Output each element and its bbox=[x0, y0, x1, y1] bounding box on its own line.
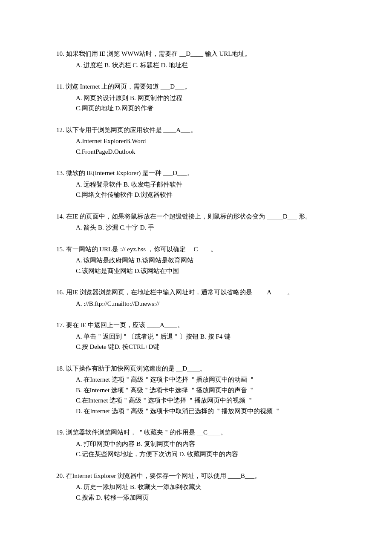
question-options: A. 在Internet 选项＂高级＂选项卡中选择 ＂播放网页中的动画 ＂B. … bbox=[56, 375, 345, 416]
option-line: C.搜索 D. 转移一添加网页 bbox=[76, 493, 345, 503]
question-stem: 19. 浏览器软件浏览网站时， ＂收藏夹＂的作用是 __C____。 bbox=[56, 428, 345, 437]
question-options: A. 该网站是政府网站 B.该网站是教育网站C.该网站是商业网站 D.该网站在中… bbox=[56, 256, 345, 276]
question-11: 11. 浏览 Internet 上的网页，需要知道 ___D___。A. 网页的… bbox=[56, 82, 345, 113]
question-stem-text: 有一网站的 URL是 :// eyz.hss ，你可以确定 __C____。 bbox=[64, 246, 217, 253]
question-14: 14. 在IE 的页面中，如果将鼠标放在一个超级链接上，则鼠标的形状会变为 __… bbox=[56, 212, 345, 233]
question-stem: 20. 在Internet Explorer 浏览器中，要保存一个网址，可以使用… bbox=[56, 471, 345, 481]
question-number: 18. bbox=[56, 365, 64, 372]
option-line: B. 在Internet 选项＂高级＂选项卡中选择 ＂播放网页中的声音 ＂ bbox=[76, 385, 345, 395]
question-stem-text: 微软的 IE(Internet Explorer) 是一种 ___D___。 bbox=[64, 170, 193, 176]
question-stem-text: 以下操作有助于加快网页浏览速度的是 __D____。 bbox=[64, 365, 206, 372]
option-line: C.网页的地址 D.网页的作者 bbox=[76, 104, 345, 113]
question-number: 16. bbox=[56, 289, 64, 296]
question-stem-text: 在IE 的页面中，如果将鼠标放在一个超级链接上，则鼠标的形状会变为 _____D… bbox=[64, 213, 311, 220]
option-line: C.按 Delete 键D. 按CTRL+D键 bbox=[76, 342, 345, 352]
question-18: 18. 以下操作有助于加快网页浏览速度的是 __D____。A. 在Intern… bbox=[56, 364, 345, 416]
option-line: A. 单击＂返回到＂〔或者说＂后退＂〕按钮 B. 按 F4 键 bbox=[76, 332, 345, 342]
question-stem-text: 在Internet Explorer 浏览器中，要保存一个网址，可以使用 ___… bbox=[64, 472, 261, 479]
option-line: A. 历史一添加网址 B. 收藏夹一添加到收藏夹 bbox=[76, 482, 345, 492]
option-line: A. ://B.ftp://C.mailto://D.news:// bbox=[76, 299, 345, 309]
question-stem-text: 以下专用于浏览网页的应用软件是 ____A___。 bbox=[64, 127, 197, 133]
question-options: A. 单击＂返回到＂〔或者说＂后退＂〕按钮 B. 按 F4 键C.按 Delet… bbox=[56, 332, 345, 352]
option-line: A. 网页的设计原则 B. 网页制作的过程 bbox=[76, 93, 345, 103]
question-options: A. 远程登录软件 B. 收发电子邮件软件C.网络文件传输软件 D.浏览器软件 bbox=[56, 180, 345, 200]
question-options: A.Internet ExplorerB.WordC.FrontPageD.Ou… bbox=[56, 136, 345, 156]
option-line: A. 该网站是政府网站 B.该网站是教育网站 bbox=[76, 256, 345, 265]
question-stem-text: 如果我们用 IE 浏览 WWW站时，需要在 __D____ 输入 URL地址。 bbox=[64, 50, 251, 57]
question-options: A. 箭头 B. 沙漏 C.十字 D. 手 bbox=[56, 223, 345, 233]
question-options: A. 网页的设计原则 B. 网页制作的过程C.网页的地址 D.网页的作者 bbox=[56, 93, 345, 113]
question-stem: 10. 如果我们用 IE 浏览 WWW站时，需要在 __D____ 输入 URL… bbox=[56, 49, 345, 59]
question-20: 20. 在Internet Explorer 浏览器中，要保存一个网址，可以使用… bbox=[56, 471, 345, 503]
option-line: A. 远程登录软件 B. 收发电子邮件软件 bbox=[76, 180, 345, 190]
question-stem: 15. 有一网站的 URL是 :// eyz.hss ，你可以确定 __C___… bbox=[56, 244, 345, 254]
question-stem: 14. 在IE 的页面中，如果将鼠标放在一个超级链接上，则鼠标的形状会变为 __… bbox=[56, 212, 345, 221]
question-stem-text: 要在 IE 中返回上一页，应该 ____A____。 bbox=[64, 322, 184, 328]
option-line: C.FrontPageD.Outlook bbox=[76, 147, 345, 157]
option-line: D. 在Internet 选项＂高级＂选项卡中取消已选择的 ＂播放网页中的视频 … bbox=[76, 406, 345, 416]
question-16: 16. 用IE 浏览器浏览网页，在地址栏中输入网址时，通常可以省略的是 ____… bbox=[56, 288, 345, 308]
option-line: C.在Internet 选项＂高级＂选项卡中选择 ＂播放网页中的视频 ＂ bbox=[76, 396, 345, 405]
question-options: A. 历史一添加网址 B. 收藏夹一添加到收藏夹C.搜索 D. 转移一添加网页 bbox=[56, 482, 345, 502]
question-stem-text: 浏览 Internet 上的网页，需要知道 ___D___。 bbox=[64, 83, 190, 90]
question-stem-text: 浏览器软件浏览网站时， ＂收藏夹＂的作用是 __C____。 bbox=[64, 429, 227, 436]
question-12: 12. 以下专用于浏览网页的应用软件是 ____A___。A.Internet … bbox=[56, 125, 345, 157]
question-number: 20. bbox=[56, 472, 64, 479]
question-17: 17. 要在 IE 中返回上一页，应该 ____A____。A. 单击＂返回到＂… bbox=[56, 320, 345, 352]
question-stem: 18. 以下操作有助于加快网页浏览速度的是 __D____。 bbox=[56, 364, 345, 374]
question-options: A. 进度栏 B. 状态栏 C. 标题栏 D. 地址栏 bbox=[56, 60, 345, 70]
option-line: C.记住某些网站地址，方便下次访问 D. 收藏网页中的内容 bbox=[76, 449, 345, 459]
question-15: 15. 有一网站的 URL是 :// eyz.hss ，你可以确定 __C___… bbox=[56, 244, 345, 276]
question-number: 19. bbox=[56, 429, 64, 436]
option-line: A. 进度栏 B. 状态栏 C. 标题栏 D. 地址栏 bbox=[76, 60, 345, 70]
question-stem: 12. 以下专用于浏览网页的应用软件是 ____A___。 bbox=[56, 125, 345, 135]
question-13: 13. 微软的 IE(Internet Explorer) 是一种 ___D__… bbox=[56, 168, 345, 200]
option-line: A. 在Internet 选项＂高级＂选项卡中选择 ＂播放网页中的动画 ＂ bbox=[76, 375, 345, 385]
option-line: A.Internet ExplorerB.Word bbox=[76, 136, 345, 146]
option-line: A. 箭头 B. 沙漏 C.十字 D. 手 bbox=[76, 223, 345, 233]
question-options: A. ://B.ftp://C.mailto://D.news:// bbox=[56, 299, 345, 309]
option-line: C.该网站是商业网站 D.该网站在中国 bbox=[76, 266, 345, 276]
question-number: 10. bbox=[56, 50, 64, 57]
question-stem: 17. 要在 IE 中返回上一页，应该 ____A____。 bbox=[56, 320, 345, 330]
question-number: 11. bbox=[56, 83, 64, 90]
question-19: 19. 浏览器软件浏览网站时， ＂收藏夹＂的作用是 __C____。A. 打印网… bbox=[56, 428, 345, 459]
question-stem: 11. 浏览 Internet 上的网页，需要知道 ___D___。 bbox=[56, 82, 345, 92]
option-line: C.网络文件传输软件 D.浏览器软件 bbox=[76, 190, 345, 200]
question-options: A. 打印网页中的内容 B. 复制网页中的内容C.记住某些网站地址，方便下次访问… bbox=[56, 439, 345, 459]
question-stem: 16. 用IE 浏览器浏览网页，在地址栏中输入网址时，通常可以省略的是 ____… bbox=[56, 288, 345, 297]
question-number: 13. bbox=[56, 170, 64, 176]
page-container: 10. 如果我们用 IE 浏览 WWW站时，需要在 __D____ 输入 URL… bbox=[0, 0, 392, 555]
option-line: A. 打印网页中的内容 B. 复制网页中的内容 bbox=[76, 439, 345, 449]
question-number: 17. bbox=[56, 322, 64, 328]
question-10: 10. 如果我们用 IE 浏览 WWW站时，需要在 __D____ 输入 URL… bbox=[56, 49, 345, 70]
question-stem: 13. 微软的 IE(Internet Explorer) 是一种 ___D__… bbox=[56, 168, 345, 178]
question-number: 15. bbox=[56, 246, 64, 253]
question-number: 14. bbox=[56, 213, 64, 220]
question-stem-text: 用IE 浏览器浏览网页，在地址栏中输入网址时，通常可以省略的是 ____A___… bbox=[64, 289, 294, 296]
question-number: 12. bbox=[56, 127, 64, 133]
